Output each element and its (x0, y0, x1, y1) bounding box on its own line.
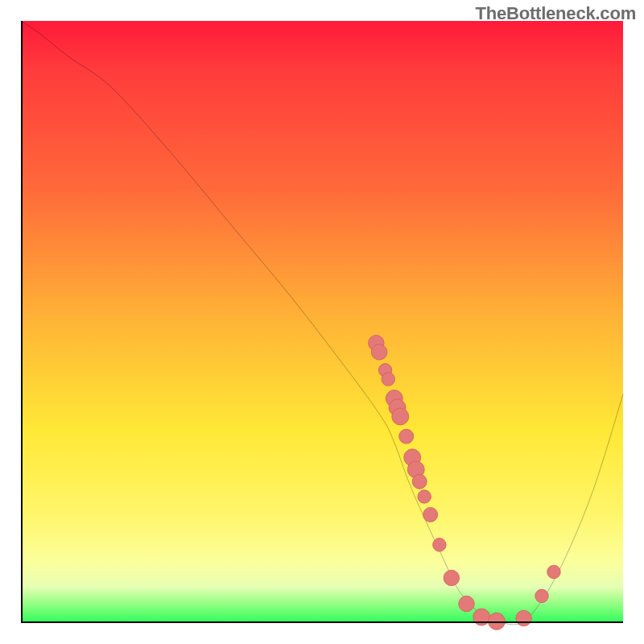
data-point (371, 345, 386, 360)
data-point (418, 490, 431, 503)
data-point (516, 610, 531, 625)
data-point (412, 474, 427, 489)
x-axis-line (21, 621, 623, 623)
bottleneck-curve (21, 21, 623, 625)
data-point (535, 589, 548, 602)
data-point (382, 373, 394, 386)
chart-svg (21, 21, 623, 623)
y-axis-line (21, 21, 23, 623)
data-point (547, 565, 560, 578)
data-point (444, 570, 459, 585)
data-point (423, 507, 438, 522)
curve-group (21, 21, 623, 625)
chart-frame: TheBottleneck.com (0, 0, 644, 644)
data-points (369, 335, 561, 630)
plot-area (21, 21, 623, 623)
data-point (459, 596, 474, 611)
data-point (399, 429, 414, 444)
data-point (433, 539, 446, 551)
data-point (392, 408, 409, 425)
